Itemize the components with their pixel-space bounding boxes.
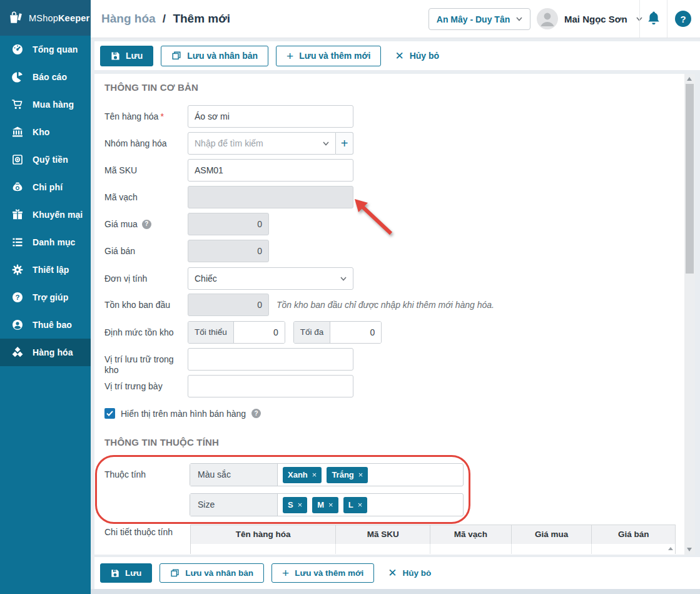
stock-min-label: Tối thiểu [188,322,234,343]
unit-select[interactable]: Chiếc [188,267,353,290]
product-name-input[interactable] [188,105,353,128]
breadcrumb: Hàng hóa / Thêm mới [101,0,230,37]
bell-icon [646,11,661,27]
category-icon [11,236,24,248]
bottom-strip [91,589,700,594]
sidebar-item-danh-muc[interactable]: Danh mục [0,228,91,256]
store-selector[interactable]: An Mây - Duy Tân [429,8,530,30]
save-button[interactable]: Lưu [100,46,153,66]
attributes-label: Thuộc tính [104,463,188,486]
shopping-bag-icon [8,10,23,26]
sale-price-input [188,240,269,262]
sidebar-item-hang-hoa[interactable]: Hàng hóa [0,339,91,366]
purchase-price-input [188,213,269,235]
help-button[interactable]: ? [675,0,691,38]
cancel-button[interactable]: ✕ Hủy bỏ [382,563,437,583]
help-icon: ? [11,291,24,304]
scroll-up-icon[interactable] [687,77,692,81]
user-menu[interactable]: Mai Ngọc Sơn [564,0,642,38]
sidebar-item-chi-phi[interactable]: Chi phí [0,173,91,201]
table-header-cell: Tên hàng hóa [191,525,336,544]
barcode-input [188,186,353,208]
sidebar-item-kho[interactable]: Kho [0,118,91,146]
warehouse-position-input[interactable] [188,348,353,371]
table-scroll-up-icon[interactable] [668,547,673,550]
table-header-cell: Mã SKU [336,525,430,544]
save-and-new-button[interactable]: + Lưu và thêm mới [276,46,381,66]
sidebar-item-bao-cao[interactable]: Báo cáo [0,63,91,91]
toolbar: Lưu Lưu và nhân bản + Lưu và thêm mới ✕ … [94,41,700,70]
remove-tag-icon[interactable]: × [358,470,363,479]
sidebar-item-tro-giup[interactable]: ? Trợ giúp [0,284,91,311]
purchase-price-help-icon[interactable]: ? [142,220,151,229]
remove-tag-icon[interactable]: × [298,500,303,510]
svg-text:?: ? [15,294,19,301]
report-icon [11,71,24,83]
save-icon [111,51,120,61]
copy-icon [170,568,180,578]
scrollbar[interactable] [684,74,695,555]
safe-icon [11,153,24,166]
save-duplicate-button[interactable]: Lưu và nhân bản [160,563,264,583]
avatar[interactable] [537,8,558,29]
save-button[interactable]: Lưu [100,563,152,583]
table-header-cell: Giá mua [512,525,592,544]
help-circle-icon: ? [675,11,691,27]
remove-tag-icon[interactable]: × [328,500,333,510]
sidebar-item-mua-hang[interactable]: Mua hàng [0,91,91,118]
dashboard-icon [11,43,24,56]
show-on-pos-label[interactable]: Hiển thị trên màn hình bán hàng [121,409,246,419]
unit-label: Đơn vị tính [104,267,188,290]
attribute-name: Size [190,494,278,516]
cancel-button[interactable]: ✕ Hủy bỏ [388,46,445,66]
notifications-button[interactable] [646,0,661,38]
remove-tag-icon[interactable]: × [358,500,363,510]
scrollbar-thumb[interactable] [686,84,694,274]
stock-limit-label: Định mức tồn kho [104,321,188,344]
table-header-cell: Mã vạch [430,525,512,544]
form-panel: THÔNG TIN CƠ BẢN Tên hàng hóa* Nhóm hàng… [94,74,695,555]
tag-chip: Xanh× [283,467,322,483]
initial-stock-note: Tồn kho ban đầu chỉ được nhập khi thêm m… [276,294,494,316]
remove-tag-icon[interactable]: × [312,470,317,479]
save-duplicate-button[interactable]: Lưu và nhân bản [161,46,268,66]
table-header-row: Tên hàng hóa Mã SKU Mã vạch Giá mua Giá … [191,525,675,544]
stock-min-input[interactable] [234,322,285,343]
breadcrumb-section[interactable]: Hàng hóa [101,12,156,25]
stock-max-group: Tối đa [293,321,382,344]
copy-icon [171,51,181,61]
sidebar-item-quy-tien[interactable]: Quỹ tiền [0,146,91,173]
initial-stock-label: Tồn kho ban đầu [104,294,188,316]
close-icon: ✕ [395,51,403,61]
tag-chip: S× [283,497,307,513]
table-header-cell: Giá bán [592,525,675,544]
sidebar-item-khuyen-mai[interactable]: Khuyến mại [0,201,91,228]
required-asterisk: * [160,111,163,121]
sidebar-item-tong-quan[interactable]: Tổng quan [0,36,91,63]
save-and-new-button[interactable]: + Lưu và thêm mới [271,563,374,583]
show-on-pos-help-icon[interactable]: ? [251,409,261,418]
sidebar-item-thiet-lap[interactable]: Thiết lập [0,256,91,284]
product-group-select[interactable]: Nhập để tìm kiếm [188,132,336,155]
chevron-down-icon [516,17,522,21]
plus-icon: + [341,136,348,151]
moneybag-icon [11,181,24,193]
attribute-row-color[interactable]: Màu sắc Xanh× Trắng× [190,463,464,486]
brand-logo[interactable]: MShopKeeper [0,0,91,36]
sku-input[interactable] [188,159,353,182]
show-on-pos-checkbox[interactable] [104,408,115,419]
page-title: Thêm mới [173,12,230,25]
attribute-row-size[interactable]: Size S× M× L× [190,493,464,516]
add-group-button[interactable]: + [336,132,353,155]
section-title-attributes: THÔNG TIN THUỘC TÍNH [104,437,219,448]
header-divider [639,0,640,38]
tag-chip: M× [312,497,338,513]
section-title-basic: THÔNG TIN CƠ BẢN [104,82,198,93]
breadcrumb-separator: / [163,12,166,25]
stock-max-input[interactable] [330,322,381,343]
scroll-down-icon[interactable] [687,548,692,551]
attribute-detail-table: Tên hàng hóa Mã SKU Mã vạch Giá mua Giá … [190,525,676,554]
display-position-input[interactable] [188,375,353,397]
sidebar: MShopKeeper Tổng quan Báo cáo Mua hàng K… [0,0,91,594]
sidebar-item-thue-bao[interactable]: Thuê bao [0,311,91,339]
